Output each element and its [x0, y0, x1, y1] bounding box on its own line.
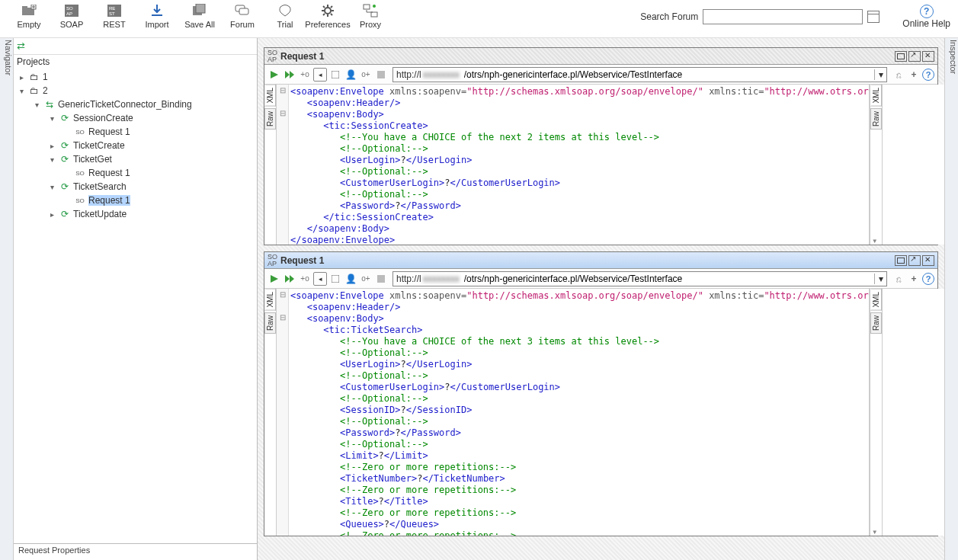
- saveall-button[interactable]: Save All: [178, 3, 221, 29]
- endpoint-url-input[interactable]: [461, 69, 874, 80]
- forum-button[interactable]: Forum: [221, 3, 264, 29]
- add-assertion-button[interactable]: +o: [298, 68, 312, 82]
- import-button[interactable]: Import: [136, 3, 178, 29]
- add-button[interactable]: +: [907, 272, 921, 286]
- request-editor[interactable]: ⊟⊟<soapenv:Envelope xmlns:soapenv="http:…: [277, 85, 870, 245]
- stop-button[interactable]: [328, 68, 342, 82]
- proxy-button[interactable]: Proxy: [349, 3, 392, 29]
- request-side-tabs: XMLRaw: [264, 289, 277, 536]
- search-forum-input[interactable]: [703, 9, 863, 24]
- back-button[interactable]: ◂: [313, 272, 327, 286]
- submit-all-button[interactable]: [283, 68, 296, 82]
- help-icon: ?: [920, 5, 934, 18]
- empty-button[interactable]: Empty: [8, 3, 50, 29]
- tree-op-ticketsearch[interactable]: ▾⟳TicketSearch: [14, 180, 257, 194]
- tree-request-ticketget[interactable]: SORequest 1: [14, 166, 257, 180]
- endpoint-url-field[interactable]: http://lxxxxxxxx▾: [392, 271, 887, 286]
- navigator-strip[interactable]: Navigator: [0, 38, 14, 560]
- resp-side-tab-raw[interactable]: Raw: [870, 312, 882, 334]
- tree-op-ticketupdate[interactable]: ▸⟳TicketUpdate: [14, 207, 257, 221]
- window-titlebar[interactable]: SOAP Request 1: [264, 48, 937, 65]
- request-icon: SO: [74, 126, 86, 137]
- online-help-button[interactable]: ? Online Help: [902, 5, 950, 29]
- settings-button[interactable]: o+: [359, 68, 373, 82]
- proxy-icon: [362, 3, 379, 18]
- sync-icon[interactable]: ⇄: [17, 40, 25, 52]
- forum-icon: [234, 3, 251, 18]
- tree-op-ticketcreate[interactable]: ▸⟳TicketCreate: [14, 139, 257, 152]
- tree-project-2[interactable]: ▾🗀2: [14, 84, 257, 98]
- tree-binding[interactable]: ▾⇆GenericTicketConnector_Binding: [14, 98, 257, 111]
- submit-all-button[interactable]: [283, 272, 296, 286]
- rest-button[interactable]: REST REST: [93, 3, 136, 29]
- svg-rect-29: [377, 71, 385, 78]
- window-title: Request 1: [280, 255, 893, 266]
- saveall-icon: [191, 3, 208, 18]
- main-toolbar: Empty SOAP SOAP REST REST Import Save Al…: [0, 0, 958, 38]
- submit-button[interactable]: [268, 272, 281, 286]
- window-maximize-button[interactable]: [908, 51, 921, 62]
- soap-button[interactable]: SOAP SOAP: [50, 3, 93, 29]
- resp-side-tab-raw[interactable]: Raw: [870, 108, 882, 130]
- calendar-icon[interactable]: [867, 11, 880, 23]
- tree-request-ticketsearch[interactable]: SORequest 1: [14, 194, 257, 207]
- user-button[interactable]: 👤: [344, 68, 357, 82]
- svg-text:ST: ST: [109, 11, 115, 16]
- import-icon: [149, 3, 165, 18]
- xml-code[interactable]: <soapenv:Envelope xmlns:soapenv="http://…: [289, 289, 869, 536]
- window-minimize-button[interactable]: [895, 51, 907, 62]
- help-icon[interactable]: ?: [922, 69, 934, 81]
- record-button[interactable]: [374, 68, 388, 82]
- svg-rect-25: [364, 5, 370, 9]
- record-button[interactable]: [374, 272, 388, 286]
- inspector-strip[interactable]: Inspector: [944, 38, 958, 560]
- tree-project-1[interactable]: ▸🗀1: [14, 70, 257, 84]
- side-tab-raw[interactable]: Raw: [264, 312, 276, 334]
- gear-icon: [319, 3, 336, 18]
- tree-op-ticketget[interactable]: ▾⟳TicketGet: [14, 152, 257, 166]
- operation-icon: ⟳: [59, 113, 71, 123]
- submit-button[interactable]: [268, 68, 281, 82]
- request-body: XMLRaw⊟⊟<soapenv:Envelope xmlns:soapenv=…: [264, 289, 937, 536]
- endpoint-url-input[interactable]: [461, 274, 874, 284]
- url-dropdown[interactable]: ▾: [874, 274, 886, 284]
- window-close-button[interactable]: [922, 255, 934, 266]
- tree-request-sessioncreate[interactable]: SORequest 1: [14, 125, 257, 139]
- folder-plus-icon: [21, 3, 37, 18]
- request-toolbar: +o ◂ 👤 o+ http://lxxxxxxxx▾ ⎌ + ?: [264, 269, 937, 289]
- resp-side-tab-xml[interactable]: XML: [870, 289, 882, 311]
- window-minimize-button[interactable]: [895, 255, 907, 266]
- xml-code[interactable]: <soapenv:Envelope xmlns:soapenv="http://…: [289, 85, 869, 245]
- window-close-button[interactable]: [922, 51, 934, 62]
- request-editor[interactable]: ⊟⊟<soapenv:Envelope xmlns:soapenv="http:…: [277, 289, 870, 536]
- response-pane[interactable]: [883, 85, 944, 245]
- user-button[interactable]: 👤: [344, 272, 357, 286]
- resp-side-tab-xml[interactable]: XML: [870, 85, 882, 107]
- settings-button[interactable]: o+: [359, 272, 373, 286]
- help-icon[interactable]: ?: [922, 273, 934, 285]
- endpoint-url-field[interactable]: http://lxxxxxxxx▾: [392, 67, 887, 82]
- navigator-panel: ⇄ Projects ▸🗀1 ▾🗀2 ▾⇆GenericTicketConnec…: [14, 38, 258, 560]
- url-dropdown[interactable]: ▾: [874, 69, 886, 80]
- window-maximize-button[interactable]: [908, 255, 921, 266]
- preferences-button[interactable]: Preferences: [306, 3, 349, 29]
- window-titlebar[interactable]: SOAP Request 1: [264, 252, 937, 269]
- soap-icon: SOAP: [63, 3, 80, 18]
- ws-button[interactable]: ⎌: [892, 68, 905, 82]
- tree-op-sessioncreate[interactable]: ▾⟳SessionCreate: [14, 111, 257, 125]
- search-forum-area: Search Forum: [640, 9, 880, 24]
- ws-button[interactable]: ⎌: [892, 272, 905, 286]
- response-side-tabs: XMLRaw: [870, 85, 883, 245]
- add-assertion-button[interactable]: +o: [298, 272, 312, 286]
- trial-button[interactable]: Trial: [264, 3, 306, 29]
- side-tab-xml[interactable]: XML: [264, 289, 276, 311]
- stop-button[interactable]: [328, 272, 342, 286]
- svg-line-24: [331, 6, 332, 8]
- side-tab-xml[interactable]: XML: [264, 85, 276, 107]
- add-button[interactable]: +: [907, 68, 921, 82]
- back-button[interactable]: ◂: [313, 68, 327, 82]
- folder-icon: 🗀: [28, 72, 40, 82]
- request-icon: SO: [74, 168, 86, 178]
- response-pane[interactable]: [883, 289, 944, 536]
- side-tab-raw[interactable]: Raw: [264, 108, 276, 130]
